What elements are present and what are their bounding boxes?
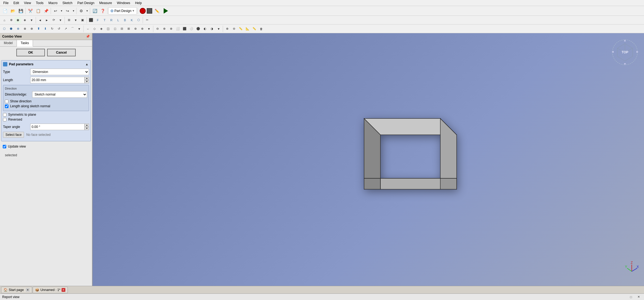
nav-back-button[interactable]: ◄ <box>37 17 43 23</box>
menu-measure[interactable]: Measure <box>97 1 114 5</box>
menu-view[interactable]: View <box>22 1 33 5</box>
redo-button[interactable]: ↪ <box>64 7 71 15</box>
view-home-preset[interactable]: ⬛ <box>88 17 94 23</box>
pd-additive-box[interactable]: ⬛ <box>181 26 188 32</box>
menu-windows[interactable]: Windows <box>115 1 132 5</box>
pd-subtractive-sphere[interactable]: ⚪ <box>188 26 195 32</box>
zoom-fit-dropdown[interactable]: ▼ <box>72 17 79 23</box>
zoom-fit-button[interactable]: ⊞ <box>66 17 72 23</box>
tab-start-page[interactable]: 🏠 Start page ✕ <box>1 287 32 293</box>
pd-additive-sphere[interactable]: ⚫ <box>195 26 202 32</box>
length-along-checkbox[interactable] <box>5 105 8 108</box>
save-file-button[interactable]: 💾 <box>17 7 25 15</box>
paste-button[interactable]: 📌 <box>42 7 50 15</box>
pd-primitive-dropdown[interactable]: ▼ <box>215 26 222 32</box>
tab-tasks[interactable]: Tasks <box>17 40 33 47</box>
view-front[interactable]: F <box>94 17 101 23</box>
pd-revolution[interactable]: ↻ <box>49 26 55 32</box>
clip-planes-button[interactable]: ✂ <box>144 17 150 23</box>
copy-button[interactable]: 📋 <box>34 7 42 15</box>
nav-dropdown[interactable]: ▼ <box>57 17 64 23</box>
pad-params-collapse[interactable]: ▲ <box>85 62 89 66</box>
pd-thickness[interactable]: ◻ <box>112 26 118 32</box>
stop-button[interactable] <box>147 8 152 14</box>
tab-model[interactable]: 📦 Unnamed : 1* ✕ <box>33 287 68 293</box>
viewport[interactable]: ▲ ▼ ◄ ► TOP Z X Y <box>93 33 644 286</box>
pd-multi-transform[interactable]: ⊕ <box>139 26 145 32</box>
pd-attach-sketch[interactable]: ⊕ <box>15 26 21 32</box>
pd-measure-2[interactable]: 📐 <box>244 26 251 32</box>
pd-additive-dropdown[interactable]: ▼ <box>76 26 83 32</box>
refresh-button[interactable]: 🔄 <box>91 7 99 15</box>
model-tab-close[interactable]: ✕ <box>62 288 65 292</box>
taper-input[interactable] <box>30 124 85 130</box>
view-iso[interactable]: ⬡ <box>135 17 142 23</box>
pd-polar-pattern[interactable]: ⊛ <box>132 26 139 32</box>
open-file-button[interactable]: 📂 <box>9 7 17 15</box>
cut-button[interactable]: ✂️ <box>26 7 34 15</box>
reversed-checkbox[interactable] <box>3 118 7 121</box>
view-home-button[interactable]: ⌂ <box>1 17 8 23</box>
whats-this-button[interactable]: ❓ <box>99 7 106 15</box>
nav-cube[interactable]: ▲ ▼ ◄ ► TOP <box>611 39 639 66</box>
length-spin-up[interactable]: ▲ <box>85 77 89 80</box>
pd-close-shape[interactable]: ⊗ <box>22 26 28 32</box>
pd-zoom-out[interactable]: ⊖ <box>231 26 237 32</box>
pd-create-body[interactable]: ⬡ <box>1 26 8 32</box>
view-options-dropdown[interactable]: ▼ <box>28 17 35 23</box>
view-bottom[interactable]: B <box>122 17 128 23</box>
pd-pattern-dropdown[interactable]: ▼ <box>146 26 152 32</box>
cancel-button[interactable]: Cancel <box>47 49 76 56</box>
view-back[interactable]: K <box>129 17 135 23</box>
select-face-button[interactable]: Select face <box>3 132 24 138</box>
nav-sync-button[interactable]: ⟳ <box>50 17 57 23</box>
combo-view-pin[interactable]: 📌 <box>86 34 90 39</box>
length-input[interactable] <box>30 77 85 83</box>
record-button[interactable] <box>140 8 146 14</box>
menu-help[interactable]: Help <box>133 1 144 5</box>
view-left[interactable]: L <box>115 17 121 23</box>
view-toggle-button[interactable]: ◉ <box>15 17 21 23</box>
pd-linear-pattern[interactable]: ⊞ <box>125 26 132 32</box>
pd-measure-1[interactable]: 📏 <box>237 26 244 32</box>
menu-part-design[interactable]: Part Design <box>75 1 97 5</box>
view-select-button[interactable]: ◈ <box>22 17 28 23</box>
pd-draft[interactable]: ◫ <box>105 26 111 32</box>
taper-spin-down[interactable]: ▼ <box>85 127 89 130</box>
menu-macro[interactable]: Macro <box>46 1 60 5</box>
pd-additive-loft[interactable]: ↗ <box>62 26 69 32</box>
menu-sketch[interactable]: Sketch <box>60 1 75 5</box>
pd-new-sketch[interactable]: ⬢ <box>8 26 14 32</box>
show-direction-checkbox[interactable] <box>5 100 8 103</box>
report-expand-button[interactable]: □ <box>628 294 634 300</box>
pd-subtractive-pipe[interactable]: ⌣ <box>84 26 91 32</box>
pd-groove[interactable]: ↺ <box>56 26 62 32</box>
pd-chamfer[interactable]: ◇ <box>91 26 98 32</box>
pd-additive-cyl[interactable]: ◑ <box>209 26 215 32</box>
menu-tools[interactable]: Tools <box>34 1 46 5</box>
macro-button[interactable]: ⚙ <box>77 7 85 15</box>
select-all-button[interactable]: ▣ <box>79 17 86 23</box>
pd-pad[interactable]: ⬆ <box>35 26 42 32</box>
taper-spin-up[interactable]: ▲ <box>85 124 89 127</box>
view-zoom-all-button[interactable]: ⊕ <box>8 17 14 23</box>
update-view-checkbox[interactable] <box>3 145 6 148</box>
report-close-button[interactable]: ✕ <box>635 294 642 300</box>
new-file-button[interactable]: 📄 <box>1 7 9 15</box>
pd-additive-sweep[interactable]: ⌒ <box>69 26 76 32</box>
pd-subtractive-box[interactable]: ⬜ <box>175 26 181 32</box>
pd-fillet[interactable]: ◈ <box>98 26 105 32</box>
pd-boolean-cut[interactable]: ⊖ <box>154 26 161 32</box>
macro-dropdown[interactable]: ▼ <box>85 7 89 15</box>
redo-dropdown[interactable]: ▼ <box>72 7 75 15</box>
pd-measure-clear[interactable]: 🗑 <box>258 26 264 32</box>
pd-boolean-union[interactable]: ⊕ <box>161 26 167 32</box>
undo-button[interactable]: ↩ <box>52 7 59 15</box>
pd-zoom-in[interactable]: ⊕ <box>224 26 230 32</box>
direction-edge-select[interactable]: Sketch normal <box>32 91 87 98</box>
length-spin-down[interactable]: ▼ <box>85 80 89 83</box>
symmetric-checkbox[interactable] <box>3 113 7 117</box>
nav-forward-button[interactable]: ► <box>44 17 50 23</box>
pd-mirrored[interactable]: ⊟ <box>118 26 125 32</box>
ok-button[interactable]: OK <box>16 49 45 56</box>
